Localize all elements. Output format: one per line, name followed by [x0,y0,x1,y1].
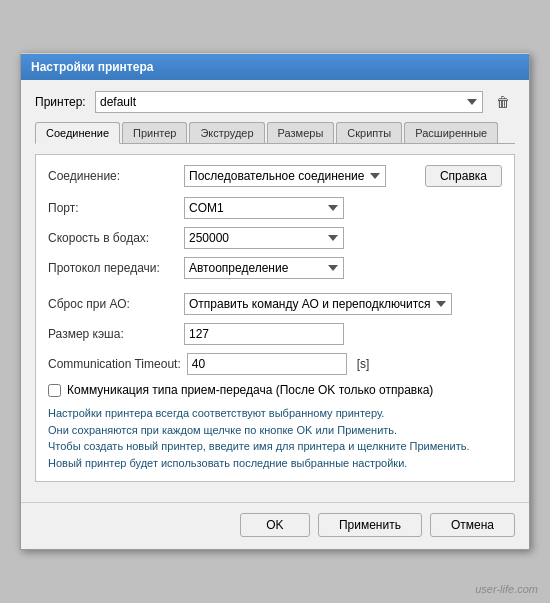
reset-ao-label: Сброс при АО: [48,297,178,311]
checkbox-label: Коммуникация типа прием-передача (После … [67,383,433,397]
apply-button[interactable]: Применить [318,513,422,537]
port-label: Порт: [48,201,178,215]
tab-advanced[interactable]: Расширенные [404,122,498,143]
connection-type-row: Соединение: Последовательное соединение … [48,165,502,187]
connection-select[interactable]: Последовательное соединение [184,165,386,187]
cancel-button[interactable]: Отмена [430,513,515,537]
port-row: Порт: COM1 [48,197,502,219]
tab-printer[interactable]: Принтер [122,122,187,143]
bottom-buttons: OK Применить Отмена [21,502,529,549]
cache-size-label: Размер кэша: [48,327,178,341]
baud-rate-label: Скорость в бодах: [48,231,178,245]
connection-label: Соединение: [48,169,178,183]
tab-extruder[interactable]: Экструдер [189,122,264,143]
info-line-4: Новый принтер будет использовать последн… [48,455,502,472]
printer-label: Принтер: [35,95,87,109]
tabs-bar: Соединение Принтер Экструдер Размеры Скр… [35,122,515,144]
title-bar: Настройки принтера [21,54,529,80]
watermark: user-life.com [475,583,538,595]
cache-size-row: Размер кэша: [48,323,502,345]
printer-settings-dialog: Настройки принтера Принтер: default 🗑 Со… [20,53,530,550]
printer-row: Принтер: default 🗑 [35,90,515,114]
comm-timeout-row: Communication Timeout: [s] [48,353,502,375]
info-text: Настройки принтера всегда соответствуют … [48,405,502,471]
info-line-3: Чтобы создать новый принтер, введите имя… [48,438,502,455]
comm-timeout-input[interactable] [187,353,347,375]
checkbox-row: Коммуникация типа прием-передача (После … [48,383,502,397]
connection-section: Соединение: Последовательное соединение … [35,154,515,482]
port-select[interactable]: COM1 [184,197,344,219]
tab-scripts[interactable]: Скрипты [336,122,402,143]
reset-ao-row: Сброс при АО: Отправить команду АО и пер… [48,293,502,315]
info-line-2: Они сохраняются при каждом щелчке по кно… [48,422,502,439]
dialog-title: Настройки принтера [31,60,153,74]
delete-printer-button[interactable]: 🗑 [491,90,515,114]
ok-button[interactable]: OK [240,513,310,537]
comm-timeout-unit: [s] [357,357,370,371]
protocol-row: Протокол передачи: Автоопределение [48,257,502,279]
protocol-select[interactable]: Автоопределение [184,257,344,279]
reset-ao-select[interactable]: Отправить команду АО и переподключится [184,293,452,315]
cache-size-input[interactable] [184,323,344,345]
comm-timeout-label: Communication Timeout: [48,357,181,371]
dialog-body: Принтер: default 🗑 Соединение Принтер Эк… [21,80,529,502]
baud-rate-row: Скорость в бодах: 250000 [48,227,502,249]
printer-select[interactable]: default [95,91,483,113]
comm-type-checkbox[interactable] [48,384,61,397]
protocol-label: Протокол передачи: [48,261,178,275]
tab-connection[interactable]: Соединение [35,122,120,144]
baud-rate-select[interactable]: 250000 [184,227,344,249]
info-line-1: Настройки принтера всегда соответствуют … [48,405,502,422]
help-button[interactable]: Справка [425,165,502,187]
tab-sizes[interactable]: Размеры [267,122,335,143]
